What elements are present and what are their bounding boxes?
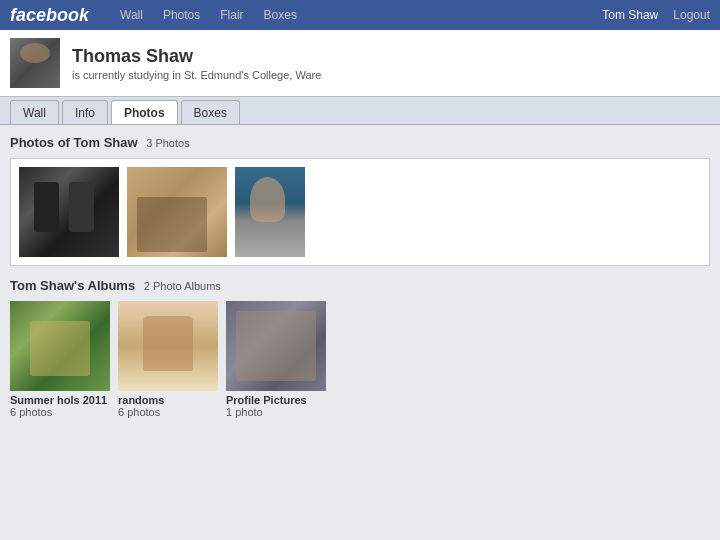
album-item-1[interactable]: Summer hols 2011 6 photos [10,301,110,418]
albums-section-title: Tom Shaw's Albums 2 Photo Albums [10,278,710,293]
photos-title-text: Photos of Tom Shaw [10,135,138,150]
tab-info[interactable]: Info [62,100,108,124]
album-thumb-3 [226,301,326,391]
album-name-2: randoms [118,394,218,406]
photos-box [10,158,710,266]
album-name-1: Summer hols 2011 [10,394,110,406]
nav-links: Wall Photos Flair Boxes [120,8,602,22]
album-item-2[interactable]: randoms 6 photos [118,301,218,418]
nav-photos[interactable]: Photos [163,8,200,22]
profile-status: is currently studying in St. Edmund's Co… [72,69,321,81]
photo-thumbnail-3[interactable] [235,167,305,257]
profile-tabs: Wall Info Photos Boxes [0,97,720,125]
album-count-3: 1 photo [226,406,326,418]
profile-info: Thomas Shaw is currently studying in St.… [72,46,321,81]
logout-button[interactable]: Logout [673,8,710,22]
photo-thumbnails [19,167,701,257]
albums-count: 2 Photo Albums [144,280,221,292]
main-content: Photos of Tom Shaw 3 Photos Tom Shaw's A… [0,125,720,428]
username-link[interactable]: Tom Shaw [602,8,658,22]
profile-name: Thomas Shaw [72,46,321,67]
photos-count: 3 Photos [146,137,189,149]
albums-grid: Summer hols 2011 6 photos randoms 6 phot… [10,301,710,418]
tab-wall[interactable]: Wall [10,100,59,124]
nav-flair[interactable]: Flair [220,8,243,22]
album-count-2: 6 photos [118,406,218,418]
nav-boxes[interactable]: Boxes [264,8,297,22]
album-item-3[interactable]: Profile Pictures 1 photo [226,301,326,418]
profile-name-text: Thomas Shaw [72,46,193,66]
photo-thumbnail-2[interactable] [127,167,227,257]
top-navbar: facebook Wall Photos Flair Boxes Tom Sha… [0,0,720,30]
tab-photos[interactable]: Photos [111,100,178,124]
albums-title-text: Tom Shaw's Albums [10,278,135,293]
photo-thumbnail-1[interactable] [19,167,119,257]
nav-wall[interactable]: Wall [120,8,143,22]
user-section: Tom Shaw Logout [602,8,710,22]
album-name-3: Profile Pictures [226,394,326,406]
facebook-logo: facebook [10,5,100,26]
avatar [10,38,60,88]
album-thumb-1 [10,301,110,391]
photos-section-title: Photos of Tom Shaw 3 Photos [10,135,710,150]
album-count-1: 6 photos [10,406,110,418]
profile-header: Thomas Shaw is currently studying in St.… [0,30,720,97]
tab-boxes[interactable]: Boxes [181,100,240,124]
album-thumb-2 [118,301,218,391]
